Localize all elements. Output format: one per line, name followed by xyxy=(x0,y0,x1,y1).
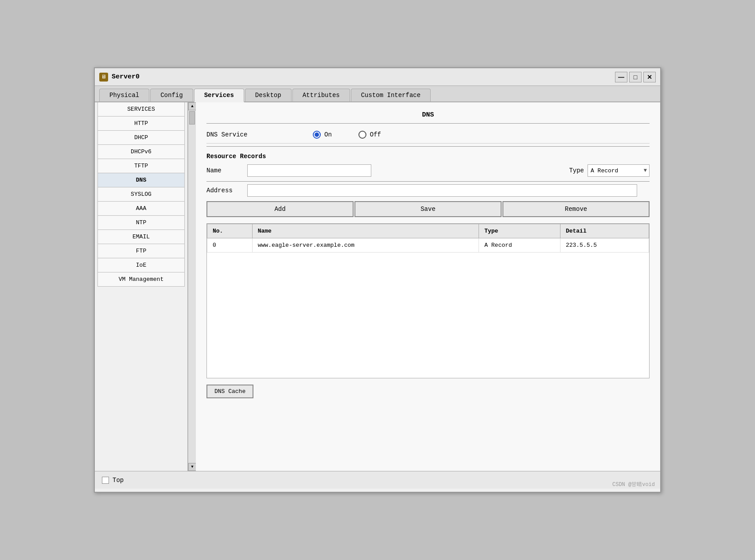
sidebar-scrollbar[interactable]: ▲ ▼ xyxy=(188,102,196,471)
resource-records-section: Resource Records Name Type A Record AAAA… xyxy=(206,153,650,398)
sidebar-item-dns[interactable]: DNS xyxy=(97,173,185,187)
radio-off-label: Off xyxy=(370,131,381,138)
type-select-wrapper: A Record AAAA Record CNAME Record MX Rec… xyxy=(588,164,650,177)
sidebar-item-http[interactable]: HTTP xyxy=(97,117,185,131)
records-table-wrapper: No. Name Type Detail 0 www.eagle-server.… xyxy=(206,223,650,378)
sidebar-item-ftp[interactable]: FTP xyxy=(97,244,185,258)
sidebar-item-dhcpv6[interactable]: DHCPv6 xyxy=(97,145,185,159)
content-area: SERVICES HTTP DHCP DHCPv6 TFTP DNS SYSLO… xyxy=(95,102,660,471)
records-table: No. Name Type Detail 0 www.eagle-server.… xyxy=(207,224,649,253)
watermark: CSDN @甘晴void xyxy=(612,481,655,488)
form-divider xyxy=(206,181,650,182)
col-type: Type xyxy=(479,224,560,238)
remove-button[interactable]: Remove xyxy=(502,201,650,217)
sidebar-item-tftp[interactable]: TFTP xyxy=(97,159,185,173)
app-icon: 🖥 xyxy=(99,73,108,82)
col-detail: Detail xyxy=(560,224,649,238)
radio-off-option[interactable]: Off xyxy=(358,131,381,139)
sidebar-item-vm-management[interactable]: VM Management xyxy=(97,272,185,287)
type-label: Type xyxy=(569,167,584,174)
maximize-button[interactable]: □ xyxy=(629,72,642,82)
type-select[interactable]: A Record AAAA Record CNAME Record MX Rec… xyxy=(588,164,650,177)
tab-attributes[interactable]: Attributes xyxy=(292,89,350,101)
name-input[interactable] xyxy=(247,164,371,177)
dns-service-row: DNS Service On Off xyxy=(206,126,650,144)
service-divider xyxy=(206,146,650,147)
address-row: Address xyxy=(206,184,650,197)
title-divider xyxy=(206,123,650,124)
sidebar-item-aaa[interactable]: AAA xyxy=(97,202,185,216)
bottom-bar: Top xyxy=(95,471,660,489)
tab-physical[interactable]: Physical xyxy=(99,89,149,101)
scroll-down-button[interactable]: ▼ xyxy=(188,463,196,471)
table-row[interactable]: 0 www.eagle-server.example.com A Record … xyxy=(207,238,649,253)
cell-detail: 223.5.5.5 xyxy=(560,238,649,253)
tab-desktop[interactable]: Desktop xyxy=(245,89,292,101)
dns-service-radio-group: On Off xyxy=(313,131,381,139)
tab-bar: Physical Config Services Desktop Attribu… xyxy=(95,86,660,102)
dns-service-label: DNS Service xyxy=(206,131,286,138)
cell-type: A Record xyxy=(479,238,560,253)
address-label: Address xyxy=(206,187,242,194)
name-label: Name xyxy=(206,167,242,174)
cell-no: 0 xyxy=(207,238,253,253)
radio-on-circle xyxy=(313,131,321,139)
action-buttons: Add Save Remove xyxy=(206,201,650,217)
sidebar-item-email[interactable]: EMAIL xyxy=(97,230,185,244)
sidebar-scroll[interactable]: SERVICES HTTP DHCP DHCPv6 TFTP DNS SYSLO… xyxy=(95,102,187,471)
sidebar-item-dhcp[interactable]: DHCP xyxy=(97,131,185,145)
name-type-row: Name Type A Record AAAA Record CNAME Rec… xyxy=(206,164,650,177)
radio-on-option[interactable]: On xyxy=(313,131,332,139)
sidebar-list: SERVICES HTTP DHCP DHCPv6 TFTP DNS SYSLO… xyxy=(95,102,188,471)
cell-name: www.eagle-server.example.com xyxy=(252,238,479,253)
window-title: Server0 xyxy=(112,73,615,81)
window-controls: — □ ✕ xyxy=(615,72,656,82)
save-button[interactable]: Save xyxy=(354,201,502,217)
scroll-up-button[interactable]: ▲ xyxy=(188,102,196,110)
resource-records-title: Resource Records xyxy=(206,153,650,160)
col-no: No. xyxy=(207,224,253,238)
tab-custom-interface[interactable]: Custom Interface xyxy=(351,89,431,101)
tab-services[interactable]: Services xyxy=(194,89,244,102)
sidebar-item-ntp[interactable]: NTP xyxy=(97,216,185,230)
top-checkbox[interactable] xyxy=(102,477,109,484)
dns-cache-button[interactable]: DNS Cache xyxy=(206,385,253,398)
close-button[interactable]: ✕ xyxy=(643,72,656,82)
add-button[interactable]: Add xyxy=(206,201,354,217)
sidebar: SERVICES HTTP DHCP DHCPv6 TFTP DNS SYSLO… xyxy=(95,102,196,471)
radio-on-label: On xyxy=(324,131,332,138)
radio-on-dot xyxy=(315,132,319,137)
minimize-button[interactable]: — xyxy=(615,72,627,82)
scroll-space xyxy=(188,125,196,463)
sidebar-item-services[interactable]: SERVICES xyxy=(97,102,185,117)
type-group: Type A Record AAAA Record CNAME Record M… xyxy=(569,164,650,177)
main-panel: DNS DNS Service On Off xyxy=(196,102,660,471)
title-bar: 🖥 Server0 — □ ✕ xyxy=(95,68,660,86)
tab-config[interactable]: Config xyxy=(150,89,193,101)
radio-off-circle xyxy=(358,131,366,139)
sidebar-item-syslog[interactable]: SYSLOG xyxy=(97,187,185,202)
address-input[interactable] xyxy=(247,184,637,197)
scroll-thumb[interactable] xyxy=(189,111,195,124)
sidebar-item-ioe[interactable]: IoE xyxy=(97,258,185,272)
top-label: Top xyxy=(113,477,124,484)
col-name: Name xyxy=(252,224,479,238)
dns-section-title: DNS xyxy=(206,111,650,119)
